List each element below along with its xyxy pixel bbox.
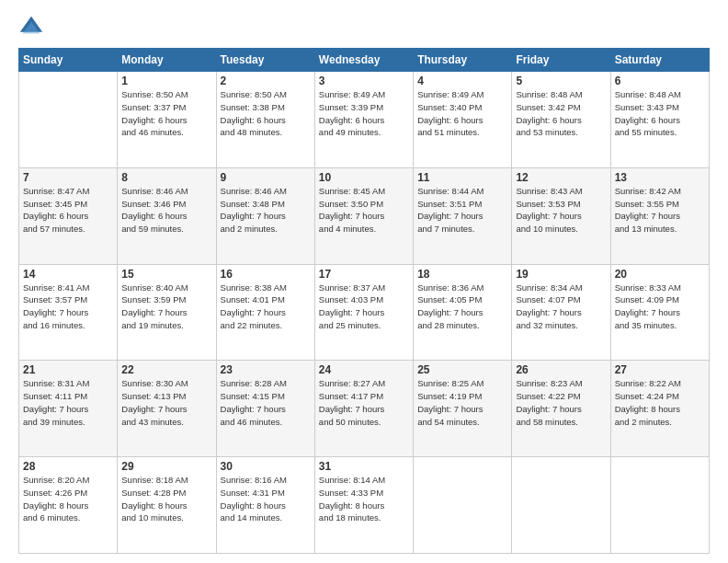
day-cell: 15Sunrise: 8:40 AMSunset: 3:59 PMDayligh… <box>118 264 216 361</box>
day-info: Sunrise: 8:38 AMSunset: 4:01 PMDaylight:… <box>221 282 311 332</box>
day-cell: 4Sunrise: 8:49 AMSunset: 3:40 PMDaylight… <box>414 72 512 168</box>
day-cell: 2Sunrise: 8:50 AMSunset: 3:38 PMDaylight… <box>216 72 314 168</box>
day-info: Sunrise: 8:50 AMSunset: 3:38 PMDaylight:… <box>221 88 311 139</box>
day-cell: 12Sunrise: 8:43 AMSunset: 3:53 PMDayligh… <box>512 167 610 264</box>
day-info: Sunrise: 8:46 AMSunset: 3:48 PMDaylight:… <box>221 185 311 236</box>
day-number: 28 <box>23 460 113 473</box>
day-cell: 8Sunrise: 8:46 AMSunset: 3:46 PMDaylight… <box>118 167 216 264</box>
day-number: 31 <box>319 460 409 473</box>
weekday-header-row: SundayMondayTuesdayWednesdayThursdayFrid… <box>19 49 710 72</box>
day-number: 27 <box>615 363 705 376</box>
day-cell: 5Sunrise: 8:48 AMSunset: 3:42 PMDaylight… <box>512 72 610 168</box>
day-number: 14 <box>23 268 113 281</box>
day-cell: 11Sunrise: 8:44 AMSunset: 3:51 PMDayligh… <box>414 167 512 264</box>
day-cell: 10Sunrise: 8:45 AMSunset: 3:50 PMDayligh… <box>314 167 413 264</box>
page: SundayMondayTuesdayWednesdayThursdayFrid… <box>0 0 728 563</box>
day-number: 7 <box>23 171 113 184</box>
day-info: Sunrise: 8:41 AMSunset: 3:57 PMDaylight:… <box>23 282 113 332</box>
day-info: Sunrise: 8:44 AMSunset: 3:51 PMDaylight:… <box>417 185 507 236</box>
day-info: Sunrise: 8:48 AMSunset: 3:43 PMDaylight:… <box>615 88 705 139</box>
day-number: 22 <box>121 363 211 376</box>
day-info: Sunrise: 8:48 AMSunset: 3:42 PMDaylight:… <box>516 88 606 139</box>
day-number: 20 <box>615 268 705 281</box>
weekday-header-tuesday: Tuesday <box>216 49 314 72</box>
day-cell: 13Sunrise: 8:42 AMSunset: 3:55 PMDayligh… <box>610 167 709 264</box>
day-cell: 29Sunrise: 8:18 AMSunset: 4:28 PMDayligh… <box>118 457 216 554</box>
day-number: 15 <box>121 268 211 281</box>
day-number: 23 <box>221 363 311 376</box>
day-cell: 18Sunrise: 8:36 AMSunset: 4:05 PMDayligh… <box>414 264 512 361</box>
day-number: 19 <box>516 268 606 281</box>
week-row-4: 28Sunrise: 8:20 AMSunset: 4:26 PMDayligh… <box>19 457 710 554</box>
day-cell: 1Sunrise: 8:50 AMSunset: 3:37 PMDaylight… <box>118 72 216 168</box>
day-info: Sunrise: 8:16 AMSunset: 4:31 PMDaylight:… <box>221 474 311 524</box>
day-info: Sunrise: 8:36 AMSunset: 4:05 PMDaylight:… <box>417 282 507 332</box>
day-number: 6 <box>615 75 705 87</box>
day-cell: 6Sunrise: 8:48 AMSunset: 3:43 PMDaylight… <box>610 72 709 168</box>
day-info: Sunrise: 8:45 AMSunset: 3:50 PMDaylight:… <box>319 185 409 236</box>
day-cell: 19Sunrise: 8:34 AMSunset: 4:07 PMDayligh… <box>512 264 610 361</box>
week-row-3: 21Sunrise: 8:31 AMSunset: 4:11 PMDayligh… <box>19 361 710 457</box>
day-cell: 3Sunrise: 8:49 AMSunset: 3:39 PMDaylight… <box>314 72 413 168</box>
day-cell: 9Sunrise: 8:46 AMSunset: 3:48 PMDaylight… <box>216 167 314 264</box>
day-cell <box>414 457 512 554</box>
logo-icon <box>18 15 44 40</box>
day-number: 12 <box>516 171 606 184</box>
day-info: Sunrise: 8:23 AMSunset: 4:22 PMDaylight:… <box>516 377 606 428</box>
day-number: 24 <box>319 363 409 376</box>
day-cell <box>512 457 610 554</box>
day-cell <box>19 72 118 168</box>
day-number: 10 <box>319 171 409 184</box>
day-info: Sunrise: 8:37 AMSunset: 4:03 PMDaylight:… <box>319 282 409 332</box>
day-info: Sunrise: 8:47 AMSunset: 3:45 PMDaylight:… <box>23 185 113 236</box>
day-cell <box>610 457 709 554</box>
week-row-1: 7Sunrise: 8:47 AMSunset: 3:45 PMDaylight… <box>19 167 710 264</box>
day-number: 11 <box>417 171 507 184</box>
day-info: Sunrise: 8:30 AMSunset: 4:13 PMDaylight:… <box>121 377 211 428</box>
day-info: Sunrise: 8:20 AMSunset: 4:26 PMDaylight:… <box>23 474 113 524</box>
day-number: 9 <box>221 171 311 184</box>
day-info: Sunrise: 8:46 AMSunset: 3:46 PMDaylight:… <box>121 185 211 236</box>
day-number: 8 <box>121 171 211 184</box>
day-number: 2 <box>221 75 311 87</box>
weekday-header-wednesday: Wednesday <box>314 49 413 72</box>
day-cell: 17Sunrise: 8:37 AMSunset: 4:03 PMDayligh… <box>314 264 413 361</box>
day-info: Sunrise: 8:43 AMSunset: 3:53 PMDaylight:… <box>516 185 606 236</box>
weekday-header-saturday: Saturday <box>610 49 709 72</box>
day-info: Sunrise: 8:40 AMSunset: 3:59 PMDaylight:… <box>121 282 211 332</box>
day-info: Sunrise: 8:28 AMSunset: 4:15 PMDaylight:… <box>221 377 311 428</box>
day-cell: 22Sunrise: 8:30 AMSunset: 4:13 PMDayligh… <box>118 361 216 457</box>
day-number: 18 <box>417 268 507 281</box>
day-info: Sunrise: 8:42 AMSunset: 3:55 PMDaylight:… <box>615 185 705 236</box>
weekday-header-monday: Monday <box>118 49 216 72</box>
logo <box>18 15 48 40</box>
day-cell: 27Sunrise: 8:22 AMSunset: 4:24 PMDayligh… <box>610 361 709 457</box>
day-number: 25 <box>417 363 507 376</box>
day-number: 4 <box>417 75 507 87</box>
day-info: Sunrise: 8:18 AMSunset: 4:28 PMDaylight:… <box>121 474 211 524</box>
day-info: Sunrise: 8:27 AMSunset: 4:17 PMDaylight:… <box>319 377 409 428</box>
day-info: Sunrise: 8:49 AMSunset: 3:40 PMDaylight:… <box>417 88 507 139</box>
day-number: 13 <box>615 171 705 184</box>
day-number: 1 <box>121 75 211 87</box>
day-info: Sunrise: 8:31 AMSunset: 4:11 PMDaylight:… <box>23 377 113 428</box>
day-cell: 14Sunrise: 8:41 AMSunset: 3:57 PMDayligh… <box>19 264 118 361</box>
week-row-2: 14Sunrise: 8:41 AMSunset: 3:57 PMDayligh… <box>19 264 710 361</box>
header <box>18 15 710 40</box>
day-cell: 30Sunrise: 8:16 AMSunset: 4:31 PMDayligh… <box>216 457 314 554</box>
day-info: Sunrise: 8:49 AMSunset: 3:39 PMDaylight:… <box>319 88 409 139</box>
day-info: Sunrise: 8:25 AMSunset: 4:19 PMDaylight:… <box>417 377 507 428</box>
day-cell: 26Sunrise: 8:23 AMSunset: 4:22 PMDayligh… <box>512 361 610 457</box>
day-info: Sunrise: 8:22 AMSunset: 4:24 PMDaylight:… <box>615 377 705 428</box>
day-number: 29 <box>121 460 211 473</box>
day-cell: 20Sunrise: 8:33 AMSunset: 4:09 PMDayligh… <box>610 264 709 361</box>
day-info: Sunrise: 8:50 AMSunset: 3:37 PMDaylight:… <box>121 88 211 139</box>
day-number: 16 <box>221 268 311 281</box>
weekday-header-friday: Friday <box>512 49 610 72</box>
weekday-header-thursday: Thursday <box>414 49 512 72</box>
day-cell: 31Sunrise: 8:14 AMSunset: 4:33 PMDayligh… <box>314 457 413 554</box>
day-info: Sunrise: 8:14 AMSunset: 4:33 PMDaylight:… <box>319 474 409 524</box>
day-number: 5 <box>516 75 606 87</box>
day-cell: 23Sunrise: 8:28 AMSunset: 4:15 PMDayligh… <box>216 361 314 457</box>
day-info: Sunrise: 8:33 AMSunset: 4:09 PMDaylight:… <box>615 282 705 332</box>
